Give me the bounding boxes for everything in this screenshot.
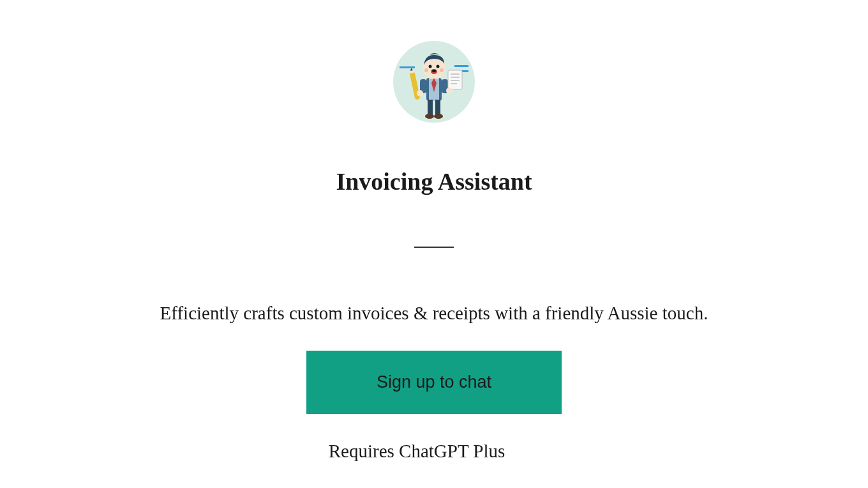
- svg-point-10: [434, 114, 443, 119]
- svg-rect-0: [400, 66, 415, 68]
- svg-point-26: [417, 90, 423, 96]
- page-title: Invoicing Assistant: [336, 167, 532, 195]
- avatar-illustration-icon: [393, 41, 475, 123]
- svg-rect-1: [454, 65, 468, 67]
- svg-rect-8: [435, 100, 440, 115]
- assistant-avatar: [393, 41, 475, 123]
- signup-button[interactable]: Sign up to chat: [306, 351, 562, 414]
- svg-point-15: [432, 70, 436, 72]
- divider: [414, 247, 454, 248]
- svg-point-12: [429, 65, 432, 68]
- svg-point-16: [424, 68, 428, 72]
- description-text: Efficiently crafts custom invoices & rec…: [160, 303, 708, 324]
- svg-rect-7: [428, 100, 433, 115]
- requires-text: Requires ChatGPT Plus: [329, 441, 505, 462]
- svg-point-9: [425, 114, 434, 119]
- svg-rect-21: [448, 70, 462, 89]
- svg-point-27: [446, 88, 453, 94]
- svg-point-13: [437, 65, 440, 68]
- svg-point-17: [440, 68, 444, 72]
